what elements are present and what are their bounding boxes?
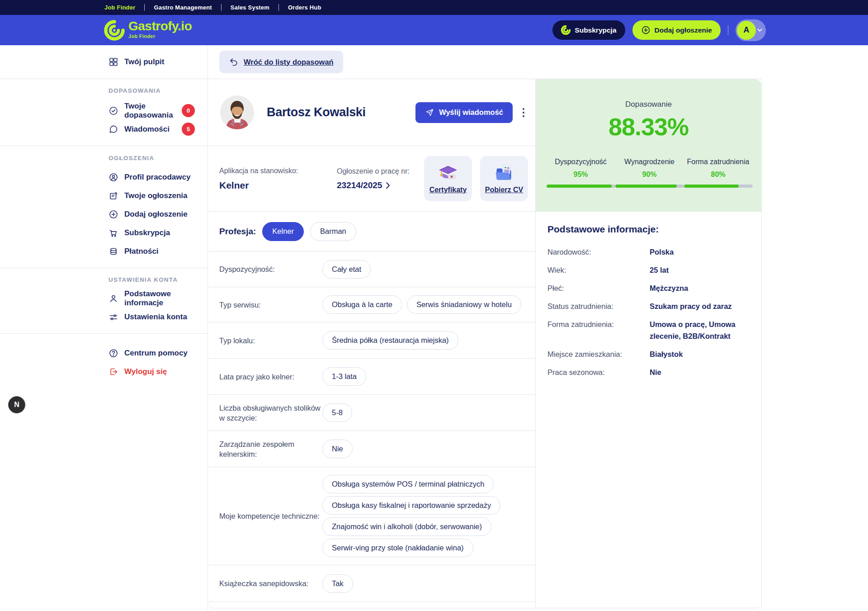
match-score-panel: Dopasowanie 88.33% Dyspozycyjność 95% Wy… xyxy=(536,79,761,212)
dev-tools-badge[interactable]: N xyxy=(8,396,25,413)
question-circle-icon xyxy=(108,348,118,358)
info-row-seasonal-work: Praca sezonowa: Nie xyxy=(547,366,750,378)
sidebar-item-employer-profile[interactable]: Profil pracodawcy xyxy=(108,168,195,186)
metric-percent: 80% xyxy=(711,171,725,179)
product-switcher-nav: Job Finder Gastro Management Sales Syste… xyxy=(0,0,868,15)
back-to-matches-button[interactable]: Wróć do listy dopasowań xyxy=(219,51,343,73)
attribute-pill: Nie xyxy=(322,440,353,458)
attribute-pill: Średnia półka (restauracja miejska) xyxy=(322,331,458,350)
application-position-label: Aplikacja na stanowisko: xyxy=(219,167,326,175)
send-message-button[interactable]: Wyślij wiadomość xyxy=(415,102,513,123)
sidebar-section-matches: DOPASOWANIA xyxy=(108,87,195,94)
attribute-row-availability: Dyspozycyjność: Cały etat xyxy=(208,251,535,287)
progress-bar xyxy=(615,185,684,188)
sidebar-item-your-listings[interactable]: Twoje ogłoszenia xyxy=(108,186,195,205)
plus-circle-icon xyxy=(108,209,118,219)
plus-circle-icon xyxy=(641,25,651,35)
progress-bar xyxy=(547,185,615,188)
cv-folder-icon xyxy=(494,163,514,182)
attribute-pill: Obsługa kasy fiskalnej i raportowanie sp… xyxy=(322,496,500,515)
download-cv-card[interactable]: Pobierz CV xyxy=(480,156,528,201)
attribute-pill: Cały etat xyxy=(322,260,371,279)
info-row-employment-form: Forma zatrudnienia: Umowa o pracę, Umowa… xyxy=(547,318,750,342)
sidebar-item-account-settings[interactable]: Ustawienia konta xyxy=(108,308,195,326)
metric-percent: 95% xyxy=(573,171,588,179)
sidebar-item-add-listing[interactable]: Dodaj ogłoszenie xyxy=(108,205,195,223)
subscription-button[interactable]: Subskrypcja xyxy=(552,20,625,40)
metric-percent: 90% xyxy=(642,171,656,179)
sidebar-item-payments[interactable]: Płatności xyxy=(108,242,195,261)
brand-logo[interactable]: Gastrofy.io Job Finder xyxy=(104,20,192,41)
nav-item-orders-hub[interactable]: Orders Hub xyxy=(279,4,330,11)
sidebar-item-label: Płatności xyxy=(124,247,159,256)
grid-icon xyxy=(108,57,118,67)
metric-employment-form: Forma zatrudnienia 80% xyxy=(684,158,753,188)
sidebar-item-label: Twoje dopasowania xyxy=(124,102,176,120)
attribute-label: Książeczka sanepidowska: xyxy=(219,578,322,588)
app-header: Gastrofy.io Job Finder Subskrypcja xyxy=(0,15,868,45)
brand-subtitle: Job Finder xyxy=(128,34,192,39)
profile-header: Bartosz Kowalski Wyślij wiadomość xyxy=(208,79,535,146)
candidate-card: Bartosz Kowalski Wyślij wiadomość xyxy=(208,79,762,608)
chat-bubble-icon xyxy=(108,124,118,134)
sidebar: Twój pulpit DOPASOWANIA Twoje dopasowani… xyxy=(0,45,208,611)
sidebar-item-logout[interactable]: Wyloguj się xyxy=(108,362,195,381)
more-options-button[interactable] xyxy=(515,105,532,120)
progress-bar xyxy=(684,185,753,188)
profession-row: Profesja: Kelner Barman xyxy=(208,212,535,251)
certificates-card[interactable]: Certyfikaty xyxy=(424,156,472,201)
nav-item-job-finder[interactable]: Job Finder xyxy=(104,4,144,11)
undo-arrow-icon xyxy=(229,57,239,67)
sidebar-item-dashboard[interactable]: Twój pulpit xyxy=(108,57,164,67)
attribute-pill: Serwir-ving przy stole (nakładanie wina) xyxy=(322,539,473,557)
add-listing-button[interactable]: Dodaj ogłoszenie xyxy=(632,20,721,40)
listing-document-icon xyxy=(108,191,118,201)
sidebar-section-listings: OGŁOSZENIA xyxy=(108,155,195,161)
attribute-label: Typ lokalu: xyxy=(219,336,322,346)
attribute-label: Moje kompetencje techniczne: xyxy=(219,511,322,521)
profession-label: Profesja: xyxy=(219,227,256,237)
sidebar-item-help-center[interactable]: Centrum pomocy xyxy=(108,344,195,362)
attribute-label: Dyspozycyjność: xyxy=(219,264,322,274)
attribute-pill: Serwis śniadaniowy w hotelu xyxy=(407,295,521,314)
listing-number-link[interactable]: 23214/2025 xyxy=(337,180,410,190)
coins-icon xyxy=(108,246,118,256)
user-circle-icon xyxy=(108,172,118,182)
info-row-nationality: Narodowość: Polska xyxy=(547,246,750,258)
avatar: A xyxy=(737,21,756,40)
sidebar-item-label: Centrum pomocy xyxy=(124,349,188,358)
attribute-pill: 5-8 xyxy=(322,403,352,422)
account-menu[interactable]: A xyxy=(736,19,766,41)
sidebar-item-label: Twoje ogłoszenia xyxy=(124,191,187,200)
back-button-label: Wróć do listy dopasowań xyxy=(244,58,334,66)
match-title: Dopasowanie xyxy=(625,100,672,109)
attribute-row-sanitary-book: Książeczka sanepidowska: Tak xyxy=(208,565,535,602)
paper-plane-icon xyxy=(425,108,434,117)
nav-item-gastro-management[interactable]: Gastro Management xyxy=(145,4,221,11)
metric-label: Dyspozycyjność xyxy=(555,158,607,166)
chevron-down-icon xyxy=(757,28,762,32)
nav-item-sales-system[interactable]: Sales System xyxy=(222,4,278,11)
sidebar-item-basic-info[interactable]: Podstawowe informacje xyxy=(108,289,195,308)
main-content: Wróć do listy dopasowań xyxy=(208,45,762,611)
listing-number-label: Ogłoszenie o pracę nr: xyxy=(337,167,410,175)
metric-availability: Dyspozycyjność 95% xyxy=(547,158,615,188)
attribute-pill: Obsługa à la carte xyxy=(322,295,402,314)
chevron-right-icon xyxy=(386,182,390,189)
send-message-label: Wyślij wiadomość xyxy=(439,108,503,117)
brand-name: Gastrofy.io xyxy=(128,20,192,33)
basic-info-title: Podstawowe informacje: xyxy=(547,224,750,235)
subscription-label: Subskrypcja xyxy=(575,26,616,34)
sidebar-item-label: Wyloguj się xyxy=(124,367,167,376)
application-summary: Aplikacja na stanowisko: Kelner Ogłoszen… xyxy=(208,146,535,212)
profession-chip-barman[interactable]: Barman xyxy=(310,222,356,241)
attribute-label: Zarządzanie zespołem kelnerskim: xyxy=(219,439,322,459)
add-listing-label: Dodaj ogłoszenie xyxy=(655,26,712,34)
sidebar-item-messages[interactable]: Wiadomości 5 xyxy=(108,120,195,138)
metric-label: Wynagrodzenie xyxy=(624,158,675,166)
sidebar-item-matches[interactable]: Twoje dopasowania 0 xyxy=(108,101,195,120)
profession-chip-kelner[interactable]: Kelner xyxy=(262,222,304,241)
sidebar-item-subscription[interactable]: Subskrypcja xyxy=(108,223,195,242)
application-position-value: Kelner xyxy=(219,180,326,191)
header-divider xyxy=(728,25,728,35)
